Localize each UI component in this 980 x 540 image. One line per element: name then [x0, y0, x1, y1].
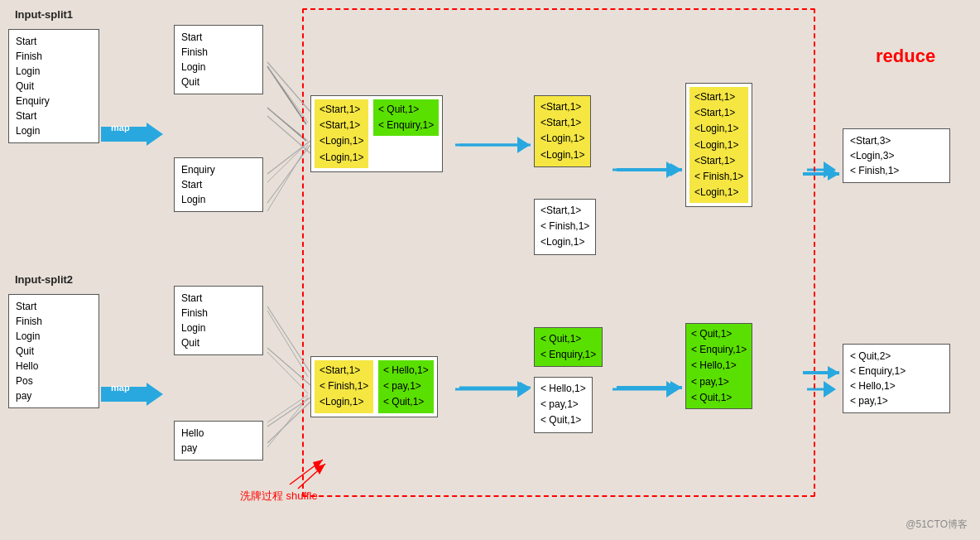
map1-bottom-content: EnquiryStartLogin: [181, 164, 215, 205]
svg-marker-18: [824, 162, 836, 178]
map2-label: map: [111, 383, 130, 393]
map1-top-content: StartFinishLoginQuit: [181, 31, 208, 88]
input-split2-box: StartFinishLoginQuitHelloPospay: [8, 294, 99, 408]
input-split1-title: Input-split1: [15, 8, 73, 21]
input-split2-title: Input-split2: [15, 273, 73, 286]
map1-top-box: StartFinishLoginQuit: [174, 25, 263, 94]
svg-line-0: [267, 66, 306, 124]
svg-line-1: [267, 108, 306, 141]
shuffle-box1: <Start,1><Start,1><Login,1><Login,1> < Q…: [310, 95, 443, 172]
map2-bottom-content: Hellopay: [181, 427, 204, 454]
mid-upper-yellow-box: <Start,1><Start,1><Login,1><Login,1>: [534, 95, 591, 167]
map2-top-content: StartFinishLoginQuit: [181, 292, 208, 349]
mid-upper-white-box: <Start,1>< Finish,1><Login,1>: [534, 199, 596, 255]
map1-bottom-box: EnquiryStartLogin: [174, 157, 263, 212]
mid-lower-white-box: < Hello,1>< pay,1>< Quit,1>: [534, 377, 593, 433]
svg-marker-43: [828, 366, 839, 379]
map2-arrow-head: [147, 383, 163, 406]
map1-label: map: [111, 123, 130, 133]
shuffle-box1-green: < Quit,1>< Enquiry,1>: [373, 99, 439, 136]
sort-lower-box: < Quit,1>< Enquiry,1>< Hello,1>< pay,1><…: [685, 323, 752, 409]
output2-content: < Quit,2>< Enquiry,1>< Hello,1>< pay,1>: [850, 350, 906, 407]
map1-arrow-head: [147, 123, 163, 146]
map2-arrow: map: [101, 383, 163, 406]
diagram: Input-split1 StartFinishLoginQuitEnquiry…: [0, 0, 980, 540]
reduce-label: reduce: [876, 46, 935, 67]
sort-upper-yellow: <Start,1><Start,1><Login,1><Login,1><Sta…: [689, 87, 748, 203]
output1-box: <Start,3><Login,3>< Finish,1>: [843, 128, 950, 183]
output2-box: < Quit,2>< Enquiry,1>< Hello,1>< pay,1>: [843, 344, 950, 413]
input-split1-box: StartFinishLoginQuitEnquiryStartLogin: [8, 29, 99, 143]
watermark: @51CTO博客: [906, 518, 968, 532]
input-split1-content: StartFinishLoginQuitEnquiryStartLogin: [16, 36, 50, 137]
sort-upper-box: <Start,1><Start,1><Login,1><Login,1><Sta…: [685, 83, 752, 207]
shuffle-box1-yellow: <Start,1><Start,1><Login,1><Login,1>: [315, 99, 368, 168]
shuffle-box2: <Start,1>< Finish,1><Login,1> < Hello,1>…: [310, 356, 438, 417]
map2-bottom-box: Hellopay: [174, 421, 263, 460]
svg-marker-41: [828, 167, 839, 181]
svg-marker-20: [824, 381, 836, 398]
input-split2-content: StartFinishLoginQuitHelloPospay: [16, 301, 42, 402]
shuffle-box2-green: < Hello,1>< pay,1>< Quit,1>: [378, 360, 434, 413]
shuffle-box2-yellow: <Start,1>< Finish,1><Login,1>: [315, 360, 373, 413]
shuffle-label: 洗牌过程 shuffle: [240, 489, 318, 504]
mid-lower-green-box: < Quit,1>< Enquiry,1>: [534, 327, 603, 367]
map2-top-box: StartFinishLoginQuit: [174, 286, 263, 355]
map1-arrow: map: [101, 123, 163, 146]
output1-content: <Start,3><Login,3>< Finish,1>: [850, 135, 899, 176]
